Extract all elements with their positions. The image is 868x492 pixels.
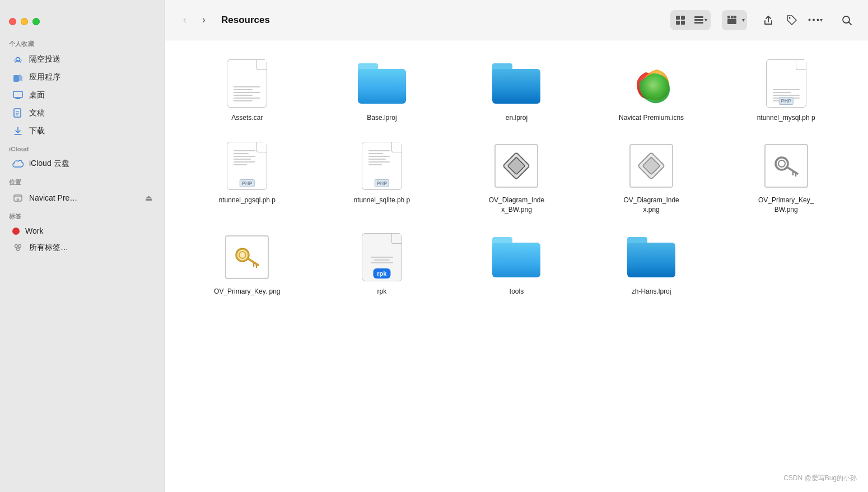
sidebar-item-airdrop[interactable]: 隔空投送 xyxy=(3,51,161,68)
ntunnel-sqlite-icon: PHP xyxy=(357,141,407,191)
svg-rect-24 xyxy=(731,16,734,18)
grid-view-button[interactable] xyxy=(670,10,690,30)
fullscreen-button[interactable] xyxy=(32,18,40,25)
sidebar-item-label-downloads: 下载 xyxy=(29,126,45,136)
file-label: OV_Diagram_Inde x.png xyxy=(615,196,688,215)
traffic-lights xyxy=(0,9,165,34)
page-title: Resources xyxy=(221,15,270,26)
ntunnel-pgsql-icon: PHP xyxy=(222,141,272,191)
sidebar-item-applications[interactable]: 应用程序 xyxy=(3,69,161,86)
file-item-ov-diagram[interactable]: OV_Diagram_Inde x.png xyxy=(586,136,717,219)
svg-point-11 xyxy=(17,199,19,200)
nav-buttons: ‹ › xyxy=(176,12,212,29)
svg-rect-21 xyxy=(694,19,703,21)
file-item-ov-primary-key-bw[interactable]: OV_Primary_Key_ BW.png xyxy=(721,136,851,219)
svg-rect-25 xyxy=(734,16,736,18)
navicat-icns-icon xyxy=(626,58,676,109)
file-label: Base.lproj xyxy=(367,113,396,123)
locations-header: 位置 xyxy=(0,173,165,189)
file-item-navicat-icns[interactable]: Navicat Premium.icns xyxy=(586,54,717,127)
sidebar-item-downloads[interactable]: 下载 xyxy=(3,123,161,140)
file-item-ov-primary-key[interactable]: OV_Primary_Key. png xyxy=(182,228,312,301)
gallery-view-toggle: ▾ xyxy=(722,10,747,30)
svg-point-47 xyxy=(236,249,249,261)
svg-rect-26 xyxy=(727,19,736,24)
tools-icon xyxy=(491,232,542,282)
more-button[interactable]: ▾ xyxy=(805,10,825,30)
close-button[interactable] xyxy=(9,18,16,25)
svg-rect-20 xyxy=(694,16,703,18)
sidebar-item-navicat[interactable]: Navicat Pre… ⏏ xyxy=(3,189,161,206)
svg-rect-17 xyxy=(681,16,685,20)
sidebar: 个人收藏 隔空投送 应用程序 桌面 xyxy=(0,0,165,492)
toolbar-actions: ▾ ▾ xyxy=(670,10,857,30)
file-item-base-lproj[interactable]: Base.lproj xyxy=(317,54,447,127)
file-item-tools[interactable]: tools xyxy=(451,228,582,301)
file-label: OV_Primary_Key_ BW.png xyxy=(750,196,823,215)
sidebar-item-desktop[interactable]: 桌面 xyxy=(3,87,161,104)
file-item-rpk[interactable]: rpk rpk xyxy=(317,228,447,301)
sidebar-item-label-navicat: Navicat Pre… xyxy=(29,193,77,202)
back-button[interactable]: ‹ xyxy=(176,12,193,29)
ov-primary-key-bw-icon xyxy=(761,141,811,191)
assets-car-icon xyxy=(222,58,272,109)
svg-rect-19 xyxy=(681,21,685,25)
file-label: ntunnel_mysql.ph p xyxy=(757,113,815,123)
svg-line-32 xyxy=(849,22,852,25)
icloud-icon xyxy=(12,158,24,169)
ov-diagram-icon xyxy=(626,141,676,191)
en-lproj-icon xyxy=(491,58,542,109)
sidebar-item-label-airdrop: 隔空投送 xyxy=(29,54,60,64)
all-tags-label: 所有标签… xyxy=(29,243,68,253)
sidebar-item-all-tags[interactable]: 所有标签… xyxy=(3,239,161,256)
work-tag-dot xyxy=(12,228,20,235)
share-button[interactable] xyxy=(758,10,778,30)
file-label: Navicat Premium.icns xyxy=(619,113,684,123)
minimize-button[interactable] xyxy=(21,18,28,25)
svg-rect-23 xyxy=(727,16,730,18)
eject-icon[interactable]: ⏏ xyxy=(145,193,152,202)
view-toggle: ▾ xyxy=(670,10,711,30)
rpk-icon: rpk xyxy=(357,232,407,282)
file-item-ntunnel-mysql[interactable]: PHP ntunnel_mysql.ph p xyxy=(721,54,851,127)
gallery-view-button[interactable] xyxy=(722,10,742,30)
svg-point-28 xyxy=(809,19,811,21)
base-lproj-icon xyxy=(357,58,407,109)
svg-point-27 xyxy=(789,17,791,18)
file-item-zh-hans[interactable]: zh-Hans.lproj xyxy=(586,228,717,301)
svg-point-15 xyxy=(17,248,20,251)
file-grid: Assets.car Base.lproj en.lproj xyxy=(165,40,868,492)
svg-point-13 xyxy=(15,245,18,248)
sidebar-item-label-desktop: 桌面 xyxy=(29,90,45,100)
sidebar-item-icloud[interactable]: iCloud 云盘 xyxy=(3,155,161,172)
file-label: Assets.car xyxy=(231,113,263,123)
list-view-button[interactable]: ▾ xyxy=(690,10,711,30)
file-item-ov-diagram-bw[interactable]: OV_Diagram_Inde x_BW.png xyxy=(451,136,582,219)
file-item-ntunnel-pgsql[interactable]: PHP ntunnel_pgsql.ph p xyxy=(182,136,312,219)
tags-header: 标签 xyxy=(0,207,165,223)
sidebar-item-work-tag[interactable]: Work xyxy=(3,224,161,238)
ov-primary-key-icon xyxy=(222,232,272,282)
file-label: OV_Primary_Key. png xyxy=(214,287,281,296)
disk-icon xyxy=(12,192,24,203)
svg-point-29 xyxy=(813,19,815,21)
file-label: ntunnel_sqlite.ph p xyxy=(354,196,410,205)
svg-rect-1 xyxy=(13,75,19,82)
sidebar-item-documents[interactable]: 文稿 xyxy=(3,105,161,122)
forward-button[interactable]: › xyxy=(195,12,212,29)
svg-point-37 xyxy=(776,157,788,170)
file-item-assets-car[interactable]: Assets.car xyxy=(182,54,312,127)
tag-button[interactable] xyxy=(782,10,802,30)
search-button[interactable] xyxy=(837,10,857,30)
file-label: OV_Diagram_Inde x_BW.png xyxy=(480,196,553,215)
documents-icon xyxy=(12,108,24,119)
file-item-ntunnel-sqlite[interactable]: PHP ntunnel_sqlite.ph p xyxy=(317,136,447,219)
file-item-en-lproj[interactable]: en.lproj xyxy=(451,54,582,127)
downloads-icon xyxy=(12,126,24,137)
all-tags-icon xyxy=(12,242,24,253)
svg-point-38 xyxy=(778,160,785,167)
main-content: ‹ › Resources xyxy=(165,0,868,492)
favorites-header: 个人收藏 xyxy=(0,34,165,50)
gallery-chevron-icon[interactable]: ▾ xyxy=(742,17,745,23)
svg-rect-2 xyxy=(13,91,22,98)
